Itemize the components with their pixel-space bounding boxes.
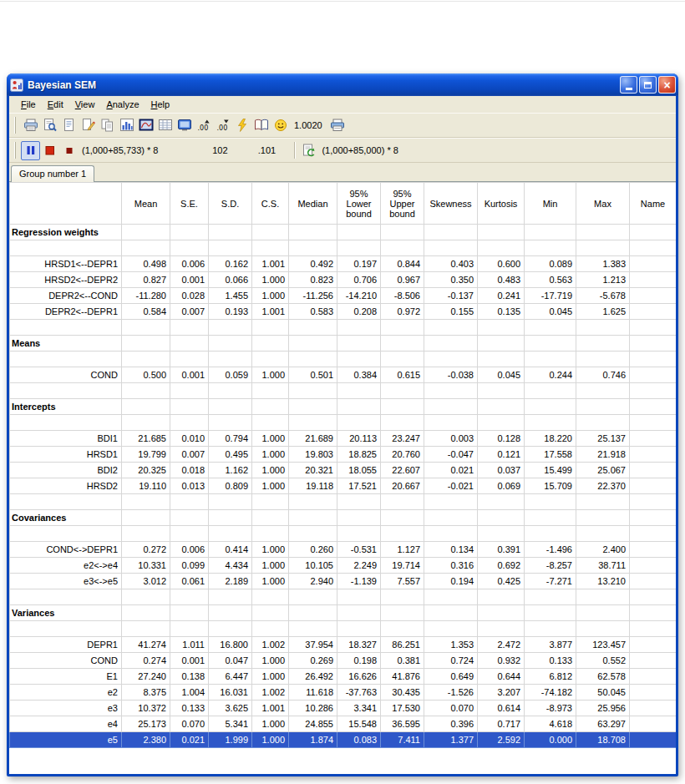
value-cell[interactable]: -5.678: [576, 288, 630, 304]
value-cell[interactable]: 0.414: [209, 542, 252, 558]
value-cell[interactable]: 1.001: [252, 256, 289, 272]
value-cell[interactable]: -74.182: [525, 685, 576, 701]
data-row[interactable]: HRSD219.1100.0130.8091.00019.11817.52120…: [10, 478, 677, 494]
value-cell[interactable]: 1.000: [252, 288, 289, 304]
value-cell[interactable]: 27.240: [122, 669, 170, 685]
value-cell[interactable]: 19.110: [122, 478, 170, 494]
display-button[interactable]: [175, 116, 194, 135]
value-cell[interactable]: 2.189: [209, 574, 252, 589]
value-cell[interactable]: 0.013: [170, 478, 209, 494]
value-cell[interactable]: 0.066: [209, 272, 252, 288]
value-cell[interactable]: 2.249: [337, 558, 381, 574]
data-row[interactable]: COND<->DEPR10.2720.0060.4141.0000.260-0.…: [10, 542, 677, 558]
value-cell[interactable]: 21.689: [289, 431, 337, 447]
value-cell[interactable]: -0.531: [337, 542, 381, 558]
value-cell[interactable]: 0.615: [381, 367, 424, 383]
value-cell[interactable]: 3.877: [525, 637, 576, 653]
value-cell[interactable]: 0.823: [289, 272, 337, 288]
value-cell[interactable]: 11.618: [289, 685, 337, 701]
value-cell[interactable]: 0.006: [170, 542, 209, 558]
value-cell[interactable]: 2.592: [478, 732, 525, 748]
row-label[interactable]: HRSD2: [10, 478, 122, 494]
value-cell[interactable]: 0.047: [209, 653, 252, 669]
data-row[interactable]: e425.1730.0705.3411.00024.85515.54836.59…: [10, 716, 677, 732]
value-cell[interactable]: 0.021: [170, 732, 209, 748]
value-cell[interactable]: 0.070: [424, 701, 478, 716]
value-cell[interactable]: 0.155: [424, 304, 478, 320]
value-cell[interactable]: 0.746: [576, 367, 630, 383]
value-cell[interactable]: 22.607: [381, 463, 424, 478]
value-cell[interactable]: 7.557: [381, 574, 424, 589]
value-cell[interactable]: 20.113: [337, 431, 381, 447]
value-cell[interactable]: 17.530: [381, 701, 424, 716]
value-cell[interactable]: -37.763: [337, 685, 381, 701]
value-cell[interactable]: 0.133: [170, 701, 209, 716]
tab-group-number-1[interactable]: Group number 1: [11, 165, 94, 182]
row-label[interactable]: COND: [10, 653, 122, 669]
value-cell[interactable]: 8.375: [122, 685, 170, 701]
value-cell[interactable]: 0.827: [122, 272, 170, 288]
value-cell[interactable]: -1.526: [424, 685, 478, 701]
value-cell[interactable]: 16.031: [209, 685, 252, 701]
menu-item-edit[interactable]: Edit: [42, 98, 69, 111]
value-cell[interactable]: 0.350: [424, 272, 478, 288]
value-cell[interactable]: 20.760: [381, 447, 424, 463]
value-cell[interactable]: 38.711: [576, 558, 630, 574]
value-cell[interactable]: 5.341: [209, 716, 252, 732]
value-cell[interactable]: 0.138: [170, 669, 209, 685]
value-cell[interactable]: 0.208: [337, 304, 381, 320]
row-label[interactable]: e4: [10, 716, 122, 732]
value-cell[interactable]: 25.173: [122, 716, 170, 732]
value-cell[interactable]: 1.377: [424, 732, 478, 748]
value-cell[interactable]: 3.207: [478, 685, 525, 701]
value-cell[interactable]: -0.137: [424, 288, 478, 304]
value-cell[interactable]: -7.271: [525, 574, 576, 589]
data-row[interactable]: HRSD119.7990.0070.4951.00019.80318.82520…: [10, 447, 677, 463]
row-label[interactable]: E1: [10, 669, 122, 685]
value-cell[interactable]: 0.269: [289, 653, 337, 669]
edit-button[interactable]: [79, 116, 98, 135]
value-cell[interactable]: 0.381: [381, 653, 424, 669]
value-cell[interactable]: 1.000: [252, 558, 289, 574]
value-cell[interactable]: 36.595: [381, 716, 424, 732]
row-label[interactable]: HRSD1<--DEPR1: [10, 256, 122, 272]
value-cell[interactable]: 1.004: [170, 685, 209, 701]
value-cell[interactable]: 0.001: [170, 367, 209, 383]
data-row[interactable]: e3<->e53.0120.0612.1891.0002.940-1.1397.…: [10, 574, 677, 589]
value-cell[interactable]: 0.649: [424, 669, 478, 685]
value-cell[interactable]: 0.000: [525, 732, 576, 748]
value-cell[interactable]: 1.353: [424, 637, 478, 653]
copy-button[interactable]: [98, 116, 117, 135]
value-cell[interactable]: -0.021: [424, 478, 478, 494]
value-cell[interactable]: 86.251: [381, 637, 424, 653]
value-cell[interactable]: 41.274: [122, 637, 170, 653]
record-button[interactable]: [59, 141, 79, 160]
value-cell[interactable]: 0.583: [289, 304, 337, 320]
value-cell[interactable]: 0.061: [170, 574, 209, 589]
data-row[interactable]: DEPR141.2741.01116.8001.00237.95418.3278…: [10, 637, 677, 653]
value-cell[interactable]: 7.411: [381, 732, 424, 748]
value-cell[interactable]: 1.000: [252, 732, 289, 748]
value-cell[interactable]: 18.327: [337, 637, 381, 653]
value-cell[interactable]: 20.321: [289, 463, 337, 478]
value-cell[interactable]: 0.316: [424, 558, 478, 574]
value-cell[interactable]: 0.128: [478, 431, 525, 447]
value-cell[interactable]: 19.803: [289, 447, 337, 463]
print-posterior-button[interactable]: [328, 116, 348, 135]
value-cell[interactable]: 19.799: [122, 447, 170, 463]
value-cell[interactable]: 0.001: [170, 653, 209, 669]
trace-plot-button[interactable]: [136, 116, 155, 135]
value-cell[interactable]: 41.876: [381, 669, 424, 685]
value-cell[interactable]: 2.400: [576, 542, 630, 558]
value-cell[interactable]: 18.220: [525, 431, 576, 447]
value-cell[interactable]: 10.372: [122, 701, 170, 716]
value-cell[interactable]: 1.162: [209, 463, 252, 478]
value-cell[interactable]: 0.007: [170, 447, 209, 463]
value-cell[interactable]: 0.501: [289, 367, 337, 383]
value-cell[interactable]: 10.105: [289, 558, 337, 574]
value-cell[interactable]: 0.500: [122, 367, 170, 383]
value-cell[interactable]: -14.210: [337, 288, 381, 304]
data-row[interactable]: HRSD2<--DEPR20.8270.0010.0661.0000.8230.…: [10, 272, 677, 288]
value-cell[interactable]: 1.383: [576, 256, 630, 272]
value-cell[interactable]: 0.198: [337, 653, 381, 669]
